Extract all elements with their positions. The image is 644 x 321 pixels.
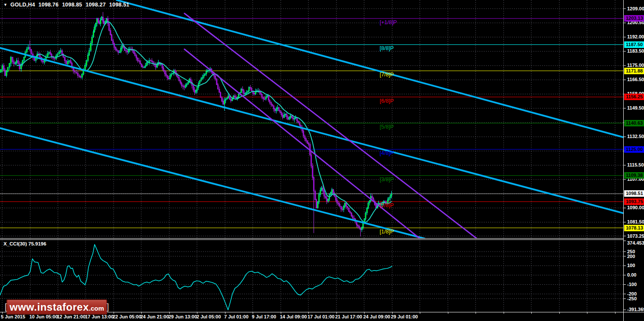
logo-bracket-right: ] <box>107 302 109 312</box>
price-badge: 1203.13 <box>624 15 644 22</box>
murrey-level-label: [3/8]P <box>380 176 394 183</box>
murrey-level-label: [1/8]P <box>380 229 394 235</box>
time-axis-label: 21 Jul 17:00 <box>335 314 362 319</box>
murrey-level-label: [7/8]P <box>380 72 394 78</box>
cci-axis-label: 200 <box>627 254 635 259</box>
price-badge: 1078.13 <box>624 225 644 231</box>
cci-axis-label: 374.4537 <box>627 240 644 246</box>
cci-axis-label: -100 <box>627 282 637 287</box>
time-axis-label: 24 Jun 21:00 <box>140 314 169 319</box>
murrey-level-label: [6/8]P <box>380 98 394 104</box>
logo-text: www.instaforex <box>10 301 89 313</box>
indicator-value: 75.9196 <box>29 241 47 246</box>
price-badge: 1171.88 <box>624 68 644 74</box>
ohlc-header: ▼GOLD,H41098.761098.851098.271098.51 <box>3 2 129 8</box>
price-badge: 1109.38 <box>624 172 644 179</box>
trading-chart-window: ▼GOLD,H41098.761098.851098.271098.51 X_C… <box>0 0 644 321</box>
time-axis-label: 2 Jul 05:00 <box>197 314 221 319</box>
price-axis-label: 1081.50 <box>627 219 644 225</box>
murrey-level-label: [+1/8]P <box>380 19 397 25</box>
price-badge: 1187.50 <box>624 41 644 48</box>
cci-axis-label: -250 <box>627 296 637 302</box>
price-axis-label: 1149.50 <box>627 105 644 111</box>
price-badge: 1156.25 <box>624 94 644 100</box>
time-axis-label: 5 Jun 2015 <box>1 314 25 319</box>
indicator-label: X_CCI(30) 75.9196 <box>3 241 46 246</box>
candles-layer <box>0 12 392 236</box>
ohlc-close: 1098.51 <box>109 2 130 8</box>
ohlc-low: 1098.27 <box>86 2 106 8</box>
time-axis-label: 9 Jul 17:00 <box>252 314 276 319</box>
price-axis-label: 1183.50 <box>627 48 644 54</box>
time-axis-label: 17 Jun 13:00 <box>85 314 114 319</box>
time-axis-label: 14 Jul 09:00 <box>280 314 307 319</box>
price-axis-label: 1166.50 <box>627 77 644 82</box>
murrey-level-label: [2/8]P <box>380 202 394 208</box>
price-axis-label: 1115.50 <box>627 162 644 168</box>
price-badge: 1093.75 <box>624 198 644 205</box>
time-axis-label: 24 Jul 09:00 <box>363 314 390 319</box>
price-axis-label: 1132.50 <box>627 134 644 139</box>
chart-canvas[interactable] <box>0 0 644 321</box>
time-axis-label: 22 Jun 05:00 <box>113 314 141 319</box>
time-axis-label: 10 Jun 05:00 <box>29 314 58 319</box>
murrey-level-label: [8/8]P <box>380 45 394 51</box>
logo-bracket-left: [ <box>5 302 7 312</box>
price-axis-label: 1090.00 <box>627 205 644 211</box>
ma-line <box>17 22 392 222</box>
murrey-levels-layer <box>0 19 623 228</box>
time-axis-label: 7 Jul 01:00 <box>224 314 248 319</box>
price-axis[interactable]: 1209.001200.501192.001183.501175.001166.… <box>624 0 644 312</box>
symbol-label: GOLD,H4 <box>10 2 35 8</box>
ohlc-high: 1098.85 <box>62 2 82 8</box>
price-axis-label: 1192.00 <box>627 34 644 40</box>
instaforex-logo: [ www.instaforex .com ] <box>6 299 107 315</box>
cci-axis-label: 0.00 <box>627 272 636 278</box>
time-axis-label: 12 Jun 21:00 <box>57 314 86 319</box>
price-axis-label: 1209.00 <box>627 6 644 12</box>
ohlc-open: 1098.76 <box>38 2 59 8</box>
price-badge: 1140.63 <box>624 120 644 126</box>
price-axis-label: 1073.25 <box>627 233 644 239</box>
price-badge: 1125.00 <box>624 146 644 153</box>
symbol-dropdown-icon[interactable]: ▼ <box>3 3 7 7</box>
time-axis-label: 29 Jun 13:00 <box>168 314 197 319</box>
price-badge: 1098.51 <box>624 190 644 197</box>
cci-axis-label: 100 <box>627 263 635 268</box>
murrey-level-label: [4/8]P <box>380 150 394 156</box>
time-axis-label: 17 Jul 01:00 <box>308 314 334 319</box>
indicator-name: X_CCI(30) <box>3 241 27 246</box>
logo-suffix: .com <box>89 305 104 312</box>
murrey-level-label: [5/8]P <box>380 124 394 130</box>
time-axis-label: 29 Jul 01:00 <box>391 314 418 319</box>
